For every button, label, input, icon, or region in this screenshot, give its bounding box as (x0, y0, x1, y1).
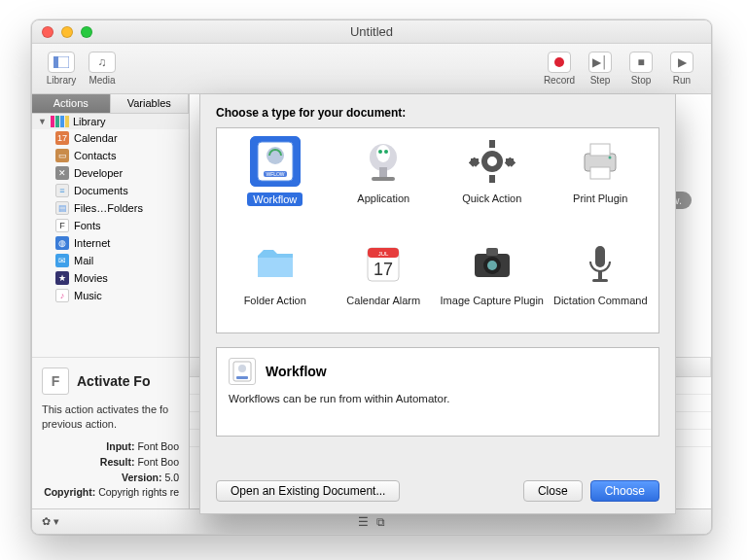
desc-body: Workflows can be run from within Automat… (229, 393, 647, 404)
automator-window: Untitled Library ♫ Media Record ▶│Step ■… (31, 19, 712, 535)
desc-title: Workflow (266, 364, 327, 379)
library-item-developer[interactable]: ✕Developer (32, 164, 189, 182)
svg-rect-8 (372, 177, 395, 181)
svg-text:JUL: JUL (378, 251, 389, 257)
type-calendar-alarm[interactable]: JUL17 Calendar Alarm (330, 238, 439, 325)
workflow-icon (229, 358, 256, 385)
tab-actions[interactable]: Actions (32, 94, 111, 113)
gear-icon (467, 136, 517, 187)
stop-button[interactable]: ■Stop (622, 52, 660, 86)
close-button[interactable]: Close (523, 480, 583, 502)
choose-button[interactable]: Choose (590, 480, 659, 502)
run-icon: ▶ (670, 52, 694, 73)
svg-text:17: 17 (374, 260, 393, 279)
library-item-internet[interactable]: ◍Internet (32, 234, 189, 252)
type-grid: WFLOW Workflow Application Quick Action (216, 127, 659, 333)
camera-icon (467, 238, 517, 289)
svg-rect-14 (489, 175, 495, 183)
titlebar: Untitled (32, 20, 711, 44)
library-item-documents[interactable]: ≡Documents (32, 182, 189, 199)
step-icon: ▶│ (588, 52, 612, 73)
svg-point-12 (484, 154, 500, 169)
svg-rect-35 (592, 279, 608, 282)
sidebar-tabs: Actions Variables (32, 94, 189, 114)
library-button[interactable]: Library (42, 52, 81, 86)
step-button[interactable]: ▶│Step (581, 52, 620, 86)
action-detail: FActivate Fo This action activates the f… (32, 357, 189, 508)
svg-rect-13 (489, 140, 495, 148)
svg-rect-1 (53, 56, 58, 68)
folder-icon (250, 238, 301, 289)
type-quick-action[interactable]: Quick Action (438, 136, 547, 225)
library-item-mail[interactable]: ✉Mail (32, 252, 189, 269)
type-application[interactable]: Application (330, 136, 439, 225)
sheet-heading: Choose a type for your document: (216, 106, 659, 120)
view-flow-icon[interactable]: ⧉ (376, 515, 385, 529)
type-dictation-command[interactable]: Dictation Command (547, 238, 656, 325)
svg-point-9 (376, 145, 390, 162)
svg-point-32 (487, 261, 497, 270)
media-icon: ♫ (89, 52, 116, 73)
detail-summary: This action activates the fo previous ac… (42, 402, 179, 432)
printer-icon (575, 136, 625, 187)
application-icon (358, 136, 409, 187)
library-item-contacts[interactable]: ▭Contacts (32, 147, 189, 164)
run-button[interactable]: ▶Run (662, 52, 701, 86)
stop-icon: ■ (629, 52, 653, 73)
type-folder-action[interactable]: Folder Action (221, 238, 330, 325)
library-item-movies[interactable]: ★Movies (32, 269, 189, 287)
library-item-music[interactable]: ♪Music (32, 287, 189, 304)
workflow-icon: WFLOW (250, 136, 301, 187)
record-icon (548, 52, 571, 73)
svg-rect-38 (236, 376, 248, 379)
type-print-plugin[interactable]: Print Plugin (547, 136, 656, 225)
open-existing-button[interactable]: Open an Existing Document... (216, 480, 400, 502)
svg-point-37 (238, 365, 246, 372)
microphone-icon (575, 238, 625, 289)
document-type-sheet: Choose a type for your document: WFLOW W… (199, 94, 676, 514)
type-workflow[interactable]: WFLOW Workflow (221, 136, 330, 225)
type-description: Workflow Workflows can be run from withi… (216, 347, 659, 437)
disclosure-triangle-icon[interactable]: ▼ (38, 117, 47, 126)
view-list-icon[interactable]: ☰ (358, 515, 369, 529)
window-title: Untitled (32, 24, 711, 39)
svg-rect-22 (590, 144, 610, 156)
sidebar: Actions Variables ▼ Library 17Calendar ▭… (32, 94, 190, 508)
toolbar: Library ♫ Media Record ▶│Step ■Stop ▶Run (32, 44, 711, 94)
type-image-capture-plugin[interactable]: Image Capture Plugin (438, 238, 547, 325)
svg-rect-23 (590, 167, 610, 179)
record-button[interactable]: Record (540, 52, 579, 86)
library-tree[interactable]: ▼ Library 17Calendar ▭Contacts ✕Develope… (32, 114, 189, 357)
detail-title: Activate Fo (77, 373, 150, 389)
sidebar-icon (48, 52, 75, 73)
svg-point-11 (384, 150, 388, 154)
tab-variables[interactable]: Variables (111, 94, 190, 113)
library-item-files-folders[interactable]: ▤Files…Folders (32, 199, 189, 217)
svg-rect-33 (595, 246, 605, 267)
svg-text:WFLOW: WFLOW (266, 171, 284, 177)
svg-point-10 (378, 150, 382, 154)
library-item-fonts[interactable]: FFonts (32, 217, 189, 234)
gear-menu[interactable]: ✿ ▾ (32, 515, 69, 528)
font-icon: F (42, 368, 69, 395)
svg-point-24 (609, 157, 612, 159)
library-root[interactable]: ▼ Library (32, 114, 189, 129)
calendar-icon: JUL17 (358, 238, 409, 289)
svg-rect-34 (598, 271, 602, 279)
svg-rect-7 (379, 167, 387, 177)
svg-rect-30 (486, 248, 498, 256)
media-button[interactable]: ♫ Media (83, 52, 122, 86)
library-item-calendar[interactable]: 17Calendar (32, 129, 189, 147)
